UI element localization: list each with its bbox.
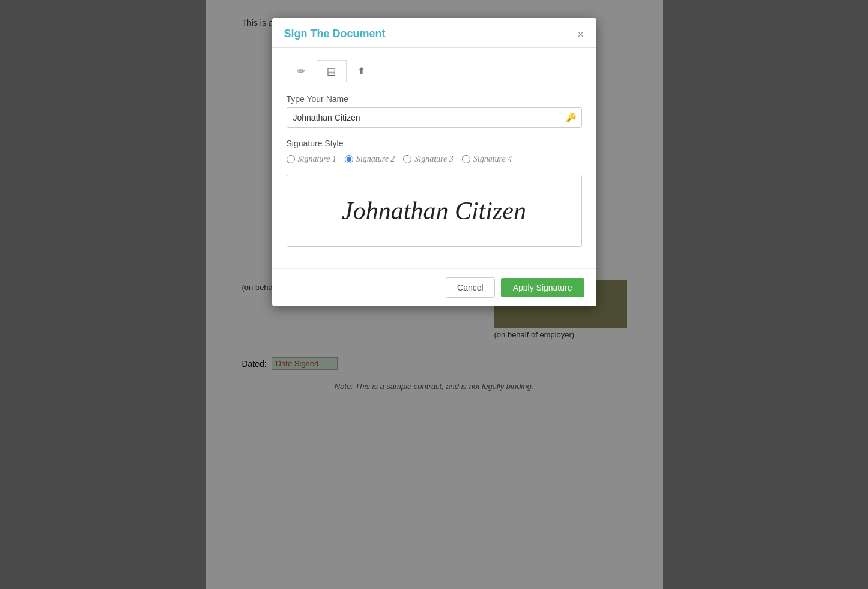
style-option-4[interactable]: Signature 4 [462,154,512,164]
style-radio-3[interactable] [403,155,411,163]
name-input[interactable] [287,107,582,128]
signature-preview-text: Johnathan Citizen [342,196,526,225]
style-label-4: Signature 4 [473,154,512,164]
apply-signature-button[interactable]: Apply Signature [501,278,584,297]
tab-type[interactable]: ▤ [317,60,347,82]
style-radio-1[interactable] [287,155,295,163]
style-section-label: Signature Style [287,139,582,148]
modal-body: ✏ ▤ ⬆ Type Your Name 🔑 Signature Sty [272,48,596,268]
tab-upload[interactable]: ⬆ [347,60,377,82]
style-options: Signature 1 Signature 2 Signature 3 Sign… [287,154,582,164]
modal-overlay: Sign The Document × ✏ ▤ ⬆ [0,0,868,589]
modal-close-button[interactable]: × [577,28,584,40]
style-label-3: Signature 3 [414,154,453,164]
style-radio-2[interactable] [345,155,353,163]
sign-document-modal: Sign The Document × ✏ ▤ ⬆ [272,18,596,306]
modal-title: Sign The Document [284,28,386,40]
modal-header: Sign The Document × [272,18,596,48]
cancel-button[interactable]: Cancel [446,277,495,298]
keyboard-icon: ▤ [327,65,336,77]
style-option-2[interactable]: Signature 2 [345,154,395,164]
style-label-1: Signature 1 [298,154,336,164]
upload-icon: ⬆ [357,65,365,77]
style-radio-4[interactable] [462,155,470,163]
name-input-wrap: 🔑 [287,107,582,128]
key-icon: 🔑 [566,113,576,122]
style-label-2: Signature 2 [356,154,395,164]
tab-draw[interactable]: ✏ [287,60,317,82]
pencil-icon: ✏ [297,65,305,77]
modal-footer: Cancel Apply Signature [272,268,596,306]
style-option-3[interactable]: Signature 3 [403,154,453,164]
name-field-label: Type Your Name [287,94,582,104]
tab-row: ✏ ▤ ⬆ [287,60,582,82]
style-option-1[interactable]: Signature 1 [287,154,336,164]
signature-preview: Johnathan Citizen [287,175,582,247]
